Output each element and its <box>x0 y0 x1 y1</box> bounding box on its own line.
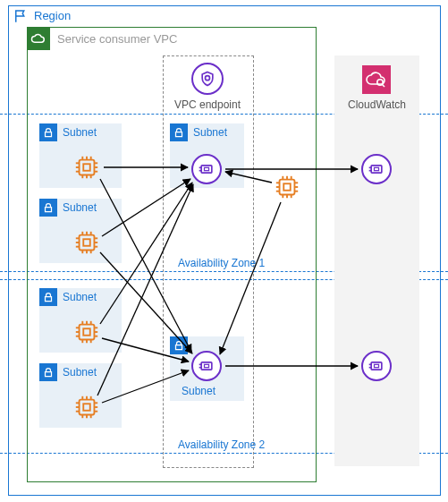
subnet-label: Subnet <box>63 126 97 139</box>
subnet-label: Subnet <box>193 126 227 139</box>
lock-icon <box>39 363 57 381</box>
privatelink-icon <box>191 63 224 95</box>
cloudwatch-icon <box>362 65 391 94</box>
subnet-label: Subnet <box>63 366 97 379</box>
subnet-label: Subnet <box>63 291 97 303</box>
svg-rect-80 <box>205 364 209 367</box>
svg-rect-77 <box>201 362 212 370</box>
svg-rect-4 <box>83 164 90 171</box>
subnet-label: Subnet <box>182 385 216 397</box>
cpu-icon <box>73 154 100 181</box>
cpu-icon <box>73 319 100 345</box>
cloudwatch-panel <box>334 55 419 466</box>
cloud-icon <box>27 27 50 50</box>
svg-rect-85 <box>371 362 382 370</box>
svg-rect-45 <box>80 400 95 415</box>
cpu-icon <box>73 394 100 421</box>
cpu-icon <box>73 229 100 256</box>
svg-rect-46 <box>83 404 90 411</box>
lock-icon <box>170 123 188 141</box>
svg-rect-32 <box>83 328 90 336</box>
svg-rect-81 <box>371 166 382 173</box>
svg-rect-31 <box>80 325 95 340</box>
cpu-icon <box>274 174 300 200</box>
network-interface-icon <box>191 154 222 184</box>
az2-label: Availability Zone 2 <box>178 438 265 451</box>
vpc-endpoint-label: VPC endpoint <box>163 98 252 111</box>
diagram-canvas: Region Service consumer VPC CloudWatch V… <box>0 0 448 502</box>
az1-label: Availability Zone 1 <box>178 257 265 269</box>
svg-rect-18 <box>83 239 90 246</box>
svg-rect-73 <box>201 166 212 173</box>
svg-rect-59 <box>280 180 295 195</box>
lock-icon <box>39 199 57 217</box>
svg-rect-3 <box>80 160 95 175</box>
subnet-label: Subnet <box>63 201 97 214</box>
svg-line-1 <box>382 84 385 87</box>
cloudwatch-label: CloudWatch <box>334 98 419 111</box>
lock-icon <box>170 336 188 354</box>
svg-rect-76 <box>205 167 209 170</box>
network-interface-icon <box>191 351 222 381</box>
svg-rect-88 <box>375 364 379 367</box>
svg-rect-84 <box>375 167 379 170</box>
svg-rect-60 <box>283 183 291 191</box>
lock-icon <box>39 288 57 306</box>
lock-icon <box>39 123 57 141</box>
flag-icon <box>13 8 29 28</box>
network-interface-icon <box>361 351 392 381</box>
svg-point-2 <box>206 76 210 81</box>
network-interface-icon <box>361 154 392 184</box>
svg-rect-17 <box>80 235 95 251</box>
region-label: Region <box>34 9 71 22</box>
vpc-label: Service consumer VPC <box>57 32 177 46</box>
